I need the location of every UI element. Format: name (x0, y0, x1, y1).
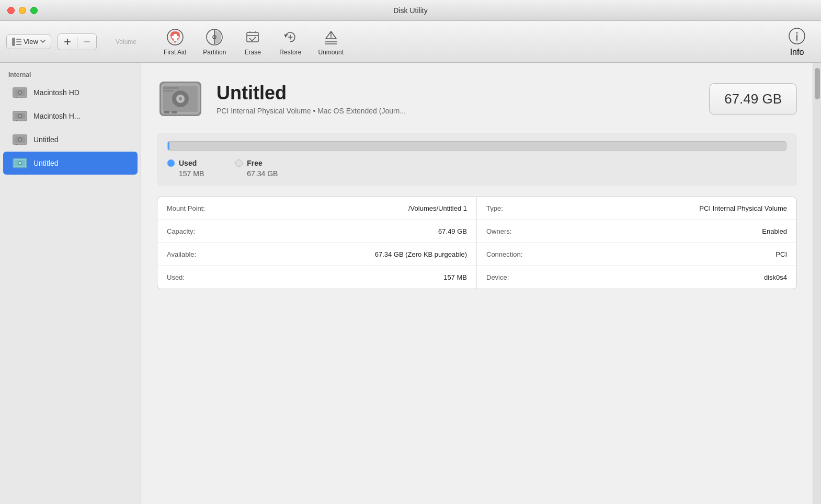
info-val-device: disk0s4 (764, 273, 787, 281)
svg-rect-6 (172, 36, 178, 38)
remove-volume-button[interactable] (77, 34, 96, 50)
traffic-lights (7, 7, 38, 14)
info-key-available: Available: (167, 250, 196, 258)
svg-rect-53 (163, 90, 174, 91)
toolbar: View Volume First Aid (0, 21, 821, 63)
sidebar-item-untitled-1[interactable]: Untitled (3, 128, 138, 151)
volume-label-text: Volume (107, 35, 145, 49)
svg-rect-27 (16, 97, 17, 98)
legend-used: Used 157 MB (167, 159, 204, 178)
main-content: Internal Macintosh HD Mac (0, 63, 821, 504)
info-val-available: 67.34 GB (Zero KB purgeable) (375, 250, 467, 258)
svg-rect-2 (16, 41, 21, 42)
restore-icon-area (281, 28, 300, 47)
info-key-capacity: Capacity: (167, 227, 195, 235)
used-value: 157 MB (167, 169, 204, 178)
svg-rect-1 (16, 39, 21, 40)
partition-icon-area (205, 28, 224, 47)
sidebar-item-label-2: Macintosh H... (33, 112, 80, 120)
info-key-device: Device: (486, 273, 509, 281)
disk-icon-3 (12, 131, 28, 148)
info-key-mount: Mount Point: (167, 204, 205, 212)
unmount-button[interactable]: Unmount (310, 25, 352, 59)
right-scrollbar[interactable] (813, 63, 821, 504)
used-dot (167, 159, 175, 167)
sidebar-item-label-4: Untitled (33, 159, 58, 167)
scrollbar-thumb[interactable] (815, 68, 820, 99)
storage-bar-used (168, 142, 169, 150)
info-cell-mount-point: Mount Point: /Volumes/Untitled 1 (157, 197, 477, 220)
first-aid-button[interactable]: First Aid (155, 25, 195, 59)
minimize-button[interactable] (19, 7, 26, 14)
info-cell-type: Type: PCI Internal Physical Volume (477, 197, 796, 220)
svg-point-20 (796, 32, 798, 33)
sidebar-item-untitled-2[interactable]: Untitled (3, 152, 138, 175)
partition-label: Partition (203, 49, 226, 56)
disk-icon-1 (12, 84, 28, 101)
disk-icon-2 (12, 108, 28, 124)
close-button[interactable] (7, 7, 15, 14)
sidebar-item-label-3: Untitled (33, 135, 58, 144)
storage-section: Used 157 MB Free 67.34 GB (157, 133, 797, 186)
disk-size-badge: 67.49 GB (709, 83, 797, 115)
sidebar-section-internal: Internal (0, 68, 141, 81)
free-label: Free (247, 159, 263, 167)
storage-legend: Used 157 MB Free 67.34 GB (167, 159, 786, 178)
restore-icon (281, 28, 299, 46)
info-val-capacity: 67.49 GB (438, 227, 467, 235)
svg-rect-45 (16, 167, 17, 168)
erase-icon-area (243, 28, 262, 47)
sidebar: Internal Macintosh HD Mac (0, 63, 141, 504)
unmount-icon-area (322, 28, 340, 47)
info-cell-available: Available: 67.34 GB (Zero KB purgeable) (157, 243, 477, 266)
disk-icon-4 (12, 155, 28, 171)
svg-rect-54 (164, 111, 169, 113)
disk-info: Untitled PCI Internal Physical Volume • … (216, 83, 697, 115)
title-bar: Disk Utility (0, 0, 821, 21)
info-val-used: 157 MB (443, 273, 467, 281)
window-title: Disk Utility (393, 6, 427, 15)
free-value: 67.34 GB (235, 169, 278, 178)
info-button[interactable]: Info (779, 24, 815, 60)
info-key-type: Type: (486, 204, 503, 212)
info-cell-owners: Owners: Enabled (477, 220, 796, 243)
restore-button[interactable]: Restore (271, 25, 310, 59)
info-val-mount: /Volumes/Untitled 1 (408, 204, 467, 212)
info-icon (788, 27, 806, 45)
svg-point-44 (19, 162, 21, 164)
legend-used-row: Used (167, 159, 204, 167)
sidebar-item-macintosh-hd-1[interactable]: Macintosh HD (3, 81, 138, 104)
info-cell-connection: Connection: PCI (477, 243, 796, 266)
disk-image (157, 75, 204, 122)
disk-header: Untitled PCI Internal Physical Volume • … (157, 75, 797, 122)
svg-rect-3 (16, 44, 21, 45)
volume-buttons (58, 33, 97, 50)
unmount-icon (322, 28, 340, 46)
svg-point-26 (19, 91, 21, 94)
partition-button[interactable]: Partition (195, 25, 234, 59)
svg-rect-39 (16, 144, 17, 145)
sidebar-toggle-icon (12, 38, 21, 46)
view-button[interactable]: View (6, 35, 51, 49)
detail-panel: Untitled PCI Internal Physical Volume • … (141, 63, 813, 504)
svg-point-38 (19, 139, 21, 141)
sidebar-item-macintosh-hd-2[interactable]: Macintosh H... (3, 105, 138, 128)
add-volume-button[interactable] (58, 34, 77, 50)
info-cell-device: Device: disk0s4 (477, 266, 796, 289)
chevron-down-icon (40, 40, 45, 43)
svg-point-51 (179, 97, 182, 100)
first-aid-icon-area (166, 28, 185, 47)
erase-icon (244, 28, 261, 46)
maximize-button[interactable] (30, 7, 38, 14)
first-aid-label: First Aid (164, 49, 186, 56)
view-label: View (24, 38, 38, 45)
erase-label: Erase (245, 49, 261, 56)
info-key-owners: Owners: (486, 227, 511, 235)
info-icon-area (788, 27, 806, 45)
svg-point-32 (19, 115, 21, 117)
first-aid-icon (166, 28, 184, 46)
info-cell-used: Used: 157 MB (157, 266, 477, 289)
legend-free-row: Free (235, 159, 278, 167)
storage-bar (167, 141, 786, 151)
erase-button[interactable]: Erase (234, 25, 271, 59)
